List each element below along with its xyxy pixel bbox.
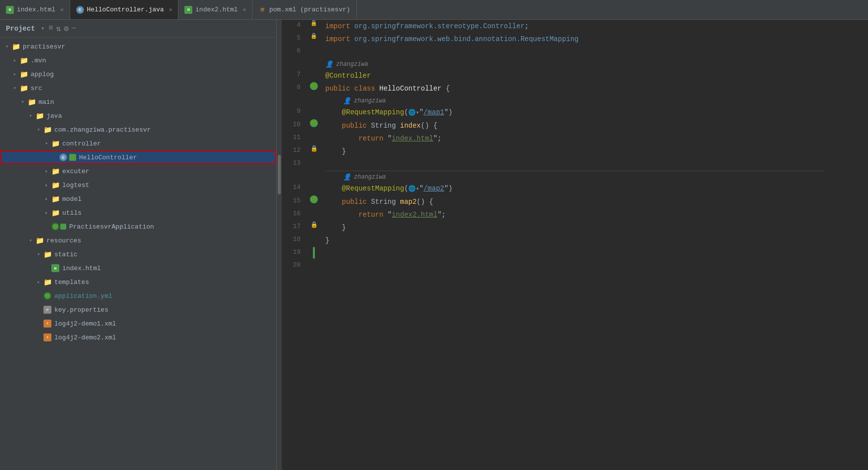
tree-label-controller: controller [62, 140, 101, 147]
tree-label-index-html-file: index.html [62, 265, 101, 272]
lock-icon-17: 🔒 [310, 221, 318, 229]
code-line-10: 10 🌿 public String index() { [282, 119, 868, 132]
tab-label-index2-html: index2.html [195, 6, 238, 13]
tree-item-excuter[interactable]: 📁 excuter [0, 164, 276, 178]
tree-item-templates[interactable]: 📁 templates [0, 275, 276, 289]
tree-item-com-package[interactable]: 📁 com.zhangziwa.practisesvr [0, 123, 276, 137]
tree-item-applog[interactable]: 📁 applog [0, 67, 276, 81]
tree-item-main[interactable]: 📁 main [0, 95, 276, 109]
tree-arrow-controller [43, 140, 50, 147]
person-icon-9: 👤 [343, 97, 351, 105]
code-line-13: 13 [282, 158, 868, 171]
line-number-15: 15 [282, 195, 306, 206]
tab-close-index-html[interactable]: ✕ [60, 6, 64, 13]
code-line-18: 18 } [282, 234, 868, 247]
tree-label-main: main [39, 98, 54, 106]
maven-file-icon: m [259, 6, 266, 14]
tree-item-log4j2-demo1[interactable]: X log4j2-demo1.xml [0, 317, 276, 330]
tree-item-mvn[interactable]: 📁 .mvn [0, 53, 276, 67]
tree-item-model[interactable]: 📁 model [0, 192, 276, 206]
tab-pom-xml[interactable]: m pom.xml (practisesvr) [253, 0, 357, 19]
code-line-14: 14 @RequestMapping(🌐▾"/map2") [282, 182, 868, 195]
tree-label-application-yml: application.yml [54, 292, 112, 300]
tree-label-templates: templates [54, 279, 89, 286]
code-content[interactable]: 4 🔒 import org.springframework.stereotyp… [282, 20, 868, 470]
folder-practisesvr-icon: 📁 [12, 43, 20, 50]
code-line-20: 20 [282, 260, 868, 273]
tree-item-logtest[interactable]: 📁 logtest [0, 178, 276, 192]
sidebar-scroll-thumb [278, 155, 281, 194]
line-number-17: 17 [282, 221, 306, 232]
code-text-9: @RequestMapping(🌐▾"/map1") [321, 106, 868, 119]
line-number-19: 19 [282, 247, 306, 257]
tree-label-key-properties: key.properties [54, 306, 108, 314]
props-file-icon: P [43, 306, 51, 314]
tree-item-hello-controller[interactable]: C 🌿 HelloController [0, 150, 276, 164]
tree-item-practisesvr-app[interactable]: 🌿 PractisesvrApplication [0, 220, 276, 234]
author-name-7: zhangziwa [336, 61, 368, 68]
gutter-15: 🌿 [306, 195, 321, 203]
gutter-12: 🔒 [306, 145, 321, 152]
tree-item-index-html-file[interactable]: H index.html [0, 261, 276, 275]
line-number-6: 6 [282, 46, 306, 56]
tree-label-model: model [62, 195, 82, 203]
code-line-15: 15 🌿 public String map2() { [282, 195, 868, 208]
tree-item-application-yml[interactable]: 🌿 application.yml [0, 289, 276, 303]
tree-arrow-resources [27, 236, 35, 244]
tree-item-key-properties[interactable]: P key.properties [0, 303, 276, 317]
sidebar-header: Project ▾ ≡ ⇅ ⚙ — [0, 20, 276, 38]
tree-item-java[interactable]: 📁 java [0, 109, 276, 123]
code-text-15: public String map2() { [321, 195, 868, 208]
project-dropdown[interactable]: ▾ [41, 25, 44, 32]
line-number-18: 18 [282, 234, 306, 244]
spring-leaf-icon: 🌿 [69, 154, 76, 161]
sort-button[interactable]: ⇅ [56, 24, 61, 34]
tab-label-index-html: index.html [17, 6, 55, 13]
author-annotation-9: 👤 zhangziwa [282, 95, 868, 106]
sidebar-actions: ≡ ⇅ ⚙ — [48, 24, 76, 34]
code-line-5: 5 🔒 import org.springframework.web.bind.… [282, 33, 868, 46]
tree-item-controller[interactable]: 📁 controller [0, 137, 276, 150]
tree-item-static[interactable]: 📁 static [0, 247, 276, 261]
author-name-9: zhangziwa [354, 97, 386, 104]
xml1-file-icon: X [43, 320, 51, 328]
tab-close-hello-controller[interactable]: ✕ [169, 6, 173, 13]
folder-resources-icon: 📁 [36, 236, 43, 244]
tree-item-log4j2-demo2[interactable]: X log4j2-demo2.xml [0, 330, 276, 344]
tree-item-practisesvr[interactable]: 📁 practisesvr [0, 40, 276, 53]
tab-index2-html[interactable]: H index2.html ✕ [178, 0, 252, 19]
tab-label-pom-xml: pom.xml (practisesvr) [269, 6, 350, 13]
line-number-5: 5 [282, 33, 306, 43]
sidebar-tree[interactable]: 📁 practisesvr 📁 .mvn 📁 applog [0, 38, 276, 470]
tab-label-hello-controller: HelloController.java [87, 6, 164, 13]
tree-item-src[interactable]: 📁 src [0, 81, 276, 95]
folder-mvn-icon: 📁 [20, 56, 28, 64]
tree-item-resources[interactable]: 📁 resources [0, 234, 276, 247]
tab-hello-controller[interactable]: C HelloController.java ✕ [70, 0, 179, 19]
tree-arrow-mvn [11, 56, 19, 64]
line-number-16: 16 [282, 208, 306, 219]
minimize-button[interactable]: — [72, 24, 76, 34]
code-text-20 [321, 260, 868, 263]
line-number-12: 12 [282, 145, 306, 155]
tree-arrow-java [27, 112, 35, 120]
tab-index-html[interactable]: H index.html ✕ [0, 0, 70, 19]
collapse-all-button[interactable]: ≡ [48, 24, 53, 34]
author-name-14: zhangziwa [354, 174, 386, 181]
gutter-17: 🔒 [306, 221, 321, 229]
settings-button[interactable]: ⚙ [64, 24, 69, 34]
sidebar-scrollbar[interactable] [277, 20, 282, 470]
code-line-9: 9 @RequestMapping(🌐▾"/map1") [282, 106, 868, 119]
tree-item-utils[interactable]: 📁 utils [0, 206, 276, 220]
code-text-10: public String index() { [321, 119, 868, 132]
folder-utils-icon: 📁 [51, 209, 59, 217]
tab-close-index2-html[interactable]: ✕ [243, 6, 246, 13]
tree-label-log4j2-demo1: log4j2-demo1.xml [54, 320, 116, 328]
tree-arrow-templates [35, 278, 43, 286]
folder-applog-icon: 📁 [20, 70, 28, 78]
tree-arrow-model [43, 195, 50, 203]
app-spring-icon: 🌿 [51, 223, 59, 231]
tree-label-resources: resources [46, 237, 81, 244]
code-line-11: 11 return "index.html"; [282, 132, 868, 145]
folder-controller-icon: 📁 [51, 140, 59, 147]
